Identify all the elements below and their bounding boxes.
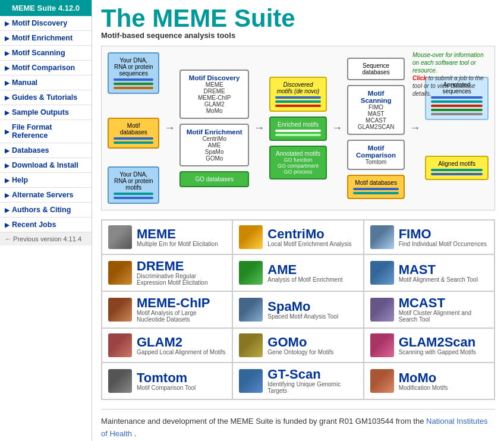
diag-input-motifs: Your DNA, RNA or protein motifs xyxy=(108,166,159,204)
mouseover-text: Mouse-over for information on each softw… xyxy=(412,52,484,74)
tool-desc: Motif Analysis of Large Nucleotide Datas… xyxy=(137,310,226,323)
tool-cell-tomtom[interactable]: Tomtom Motif Comparison Tool xyxy=(102,363,233,400)
sidebar-item-motif-comparison[interactable]: ▶ Motif Comparison xyxy=(0,61,92,75)
tool-cell-momo[interactable]: MoMo Modification Motifs xyxy=(364,363,495,400)
go-comp: GO compartment xyxy=(275,163,321,169)
scan-glam2scan: GLAM2SCAN xyxy=(353,124,399,130)
tool-icon-ame xyxy=(239,261,263,285)
tool-grid: MEME Multiple Em for Motif Elicitation C… xyxy=(101,219,495,400)
tool-icon-dreme xyxy=(108,261,132,285)
tool-cell-memechip[interactable]: MEME-ChIP Motif Analysis of Large Nucleo… xyxy=(102,292,233,329)
tool-name: GLAM2 xyxy=(137,336,226,349)
tool-text-centrimo: CentriMo Local Motif Enrichment Analysis xyxy=(267,228,357,247)
sidebar-prev-version[interactable]: ← Previous version 4.11.4 xyxy=(0,232,92,245)
aligned-motifs-label: Aligned motifs xyxy=(438,160,475,167)
tool-desc: Identifying Unique Genomic Targets xyxy=(267,381,357,394)
tool-name: GOMo xyxy=(267,336,357,349)
tool-cell-ame[interactable]: AME Analysis of Motif Enrichment xyxy=(233,255,364,292)
sidebar-label: Motif Scanning xyxy=(12,49,65,57)
diag-output1-col: Discovered motifs (de novo) Enriched mot… xyxy=(269,52,327,204)
discovered-label: Discovered motifs (de novo) xyxy=(277,81,320,94)
discovery-tool-meme: MEME xyxy=(185,81,243,88)
tool-name: MEME-ChIP xyxy=(137,297,226,310)
sidebar-item-motif-discovery[interactable]: ▶ Motif Discovery xyxy=(0,16,92,31)
tool-name: CentriMo xyxy=(267,228,357,241)
diag-aligned-motifs: Aligned motifs xyxy=(425,156,489,180)
tool-text-meme-chip: MEME-ChIP Motif Analysis of Large Nucleo… xyxy=(137,297,226,323)
diag-enriched-motifs: Enriched motifs xyxy=(269,116,327,141)
tool-desc: Motif Alignment & Search Tool xyxy=(399,276,488,283)
sidebar-item-authors-citing[interactable]: ▶ Authors & Citing xyxy=(0,203,92,218)
sidebar-item-motif-enrichment[interactable]: ▶ Motif Enrichment xyxy=(0,31,92,46)
main-content: The MEME Suite Motif-based sequence anal… xyxy=(92,0,504,441)
tool-cell-glamscan[interactable]: GLAM2Scan Scanning with Gapped Motifs xyxy=(364,329,495,363)
go-proc: GO process xyxy=(275,169,321,175)
tool-name: MEME xyxy=(137,228,226,241)
tool-name: MAST xyxy=(399,263,488,276)
arrow-icon: ▶ xyxy=(5,50,10,56)
tool-desc: Multiple Em for Motif Elicitation xyxy=(137,241,226,247)
sidebar-item-sample-outputs[interactable]: ▶ Sample Outputs xyxy=(0,105,92,120)
page-title: The MEME Suite xyxy=(101,6,495,31)
diag-seq-databases[interactable]: Sequence databases xyxy=(347,58,405,80)
input-seq-label: Your DNA, RNA or protein sequences xyxy=(114,57,153,77)
page-subtitle: Motif-based sequence analysis tools xyxy=(101,31,495,40)
tool-text-mcast: MCAST Motif Cluster Alignment and Search… xyxy=(399,297,488,323)
tool-cell-meme[interactable]: MEME Multiple Em for Motif Elicitation xyxy=(102,220,233,255)
tool-text-spamo: SpaMo Spaced Motif Analysis Tool xyxy=(267,300,357,320)
sidebar-label: File Format Reference xyxy=(12,123,87,140)
sidebar-label: Recent Jobs xyxy=(12,220,56,229)
scan-fimo: FIMO xyxy=(353,104,399,111)
sidebar-label: Motif Enrichment xyxy=(12,34,73,42)
sidebar-label: Download & Install xyxy=(12,161,78,169)
diag-discovery-box[interactable]: Motif Discovery MEME DREME MEME-ChIP GLA… xyxy=(179,70,249,119)
tool-cell-glam[interactable]: GLAM2 Gapped Local Alignment of Motifs xyxy=(102,329,233,363)
sidebar-item-manual[interactable]: ▶ Manual xyxy=(0,75,92,90)
footer: Maintenance and development of the MEME … xyxy=(101,409,495,441)
enrichment-tool-centri: CentriMo xyxy=(185,136,243,142)
sidebar-item-download-install[interactable]: ▶ Download & Install xyxy=(0,158,92,173)
sidebar-item-alternate-servers[interactable]: ▶ Alternate Servers xyxy=(0,188,92,203)
tool-cell-mcast[interactable]: MCAST Motif Cluster Alignment and Search… xyxy=(364,292,495,329)
tool-cell-dreme[interactable]: DREME Discriminative Regular Expression … xyxy=(102,255,233,292)
arrow-1: → xyxy=(163,52,176,204)
tool-cell-centrimo[interactable]: CentriMo Local Motif Enrichment Analysis xyxy=(233,220,364,255)
annotated-label: Annotated motifs xyxy=(275,150,321,157)
tool-cell-spamo[interactable]: SpaMo Spaced Motif Analysis Tool xyxy=(233,292,364,329)
tool-text-meme: MEME Multiple Em for Motif Elicitation xyxy=(137,228,226,247)
tool-desc: Local Motif Enrichment Analysis xyxy=(267,241,357,247)
arrow-icon: ▶ xyxy=(5,162,10,169)
sidebar-item-recent-jobs[interactable]: ▶ Recent Jobs xyxy=(0,218,92,232)
click-text: Click xyxy=(412,75,427,81)
tool-text-mast: MAST Motif Alignment & Search Tool xyxy=(399,263,488,283)
sidebar-label: Motif Comparison xyxy=(12,64,75,72)
arrow-icon: ▶ xyxy=(5,35,10,42)
comp-tomtom: Tomtom xyxy=(353,159,399,165)
tool-desc: Discriminative Regular Expression Motif … xyxy=(137,273,226,286)
sidebar-item-motif-scanning[interactable]: ▶ Motif Scanning xyxy=(0,46,92,61)
diag-enrichment-box[interactable]: Motif Enrichment CentriMo AME SpaMo GOMo xyxy=(179,124,249,166)
tool-cell-gtscan[interactable]: GT-Scan Identifying Unique Genomic Targe… xyxy=(233,363,364,400)
arrow-icon: ▶ xyxy=(5,65,10,71)
tool-icon-tomtom xyxy=(108,369,132,393)
discovery-tool-memechip: MEME-ChIP xyxy=(185,94,243,101)
sidebar-item-databases[interactable]: ▶ Databases xyxy=(0,143,92,158)
tool-name: MoMo xyxy=(399,371,488,385)
diag-scanning-box[interactable]: Motif Scanning FIMO MAST MCAST GLAM2SCAN xyxy=(347,85,405,135)
tool-cell-gomo[interactable]: GOMo Gene Ontology for Motifs xyxy=(233,329,364,363)
arrow-icon: ▶ xyxy=(5,222,10,228)
sidebar-item-file-format[interactable]: ▶ File Format Reference xyxy=(0,120,92,143)
tool-name: GT-Scan xyxy=(267,368,357,381)
tool-desc: Modification Motifs xyxy=(399,385,488,391)
tool-desc: Motif Comparison Tool xyxy=(137,385,226,391)
footer-text1: Maintenance and development of the MEME … xyxy=(101,417,424,426)
diag-comparison-box[interactable]: Motif Comparison Tomtom xyxy=(347,140,405,170)
footer-text2: . xyxy=(134,429,137,438)
sidebar-item-help[interactable]: ▶ Help xyxy=(0,173,92,188)
sidebar-label: Manual xyxy=(12,78,37,87)
sidebar-item-guides[interactable]: ▶ Guides & Tutorials xyxy=(0,90,92,105)
tool-cell-mast[interactable]: MAST Motif Alignment & Search Tool xyxy=(364,255,495,292)
tool-name: AME xyxy=(267,263,357,276)
tool-cell-fimo[interactable]: FIMO Find Individual Motif Occurrences xyxy=(364,220,495,255)
arrow-icon: ▶ xyxy=(5,109,10,116)
